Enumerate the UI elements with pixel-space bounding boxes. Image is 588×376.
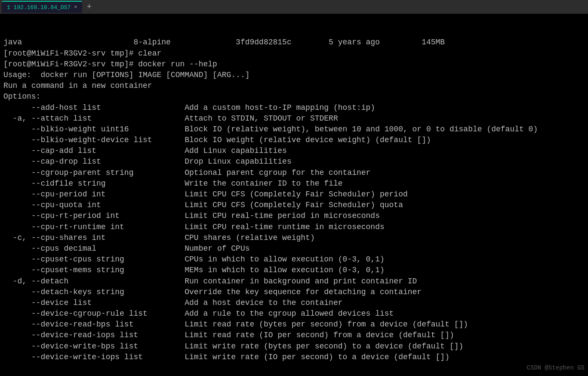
terminal-line: --cidfile string Write the container ID …	[3, 178, 585, 189]
terminal-line: --cpuset-cpus string CPUs in which to al…	[3, 254, 585, 265]
terminal-line: --cgroup-parent string Optional parent c…	[3, 168, 585, 178]
terminal-line: Run a command in a new container	[3, 81, 585, 91]
tab-bar: 1 192.168.10.84_OS7 × +	[0, 0, 588, 14]
terminal-line: --cpu-quota int Limit CPU CFS (Completel…	[3, 200, 585, 211]
terminal-line: --cap-drop list Drop Linux capabilities	[3, 156, 585, 167]
terminal-line: --blkio-weight uint16 Block IO (relative…	[3, 124, 585, 135]
terminal-line: -a, --attach list Attach to STDIN, STDOU…	[3, 113, 585, 124]
terminal-output: java 8-alpine 3fd9dd82815c 5 years ago 1…	[0, 14, 588, 376]
terminal-line: --device-write-bps list Limit write rate…	[3, 341, 585, 352]
terminal-tab[interactable]: 1 192.168.10.84_OS7 ×	[2, 1, 82, 13]
tab-label: 1 192.168.10.84_OS7	[7, 4, 71, 11]
terminal-line: --device-write-iops list Limit write rat…	[3, 352, 585, 363]
terminal-line: --cpu-period int Limit CPU CFS (Complete…	[3, 189, 585, 200]
terminal-line: --cpu-rt-period int Limit CPU real-time …	[3, 211, 585, 221]
terminal-line: --cpu-rt-runtime int Limit CPU real-time…	[3, 222, 585, 233]
terminal-line: --cap-add list Add Linux capabilities	[3, 146, 585, 156]
terminal-line: -c, --cpu-shares int CPU shares (relativ…	[3, 233, 585, 243]
watermark: CSDN @Stephen GS	[527, 364, 585, 373]
terminal-line: --device list Add a host device to the c…	[3, 298, 585, 308]
terminal-line: java 8-alpine 3fd9dd82815c 5 years ago 1…	[3, 37, 585, 48]
terminal-line: --cpuset-mems string MEMs in which to al…	[3, 265, 585, 276]
terminal-line: [root@MiWiFi-R3GV2-srv tmp]# docker run …	[3, 59, 585, 70]
terminal-line: --cpus decimal Number of CPUs	[3, 243, 585, 254]
new-tab-button[interactable]: +	[84, 2, 94, 12]
terminal-line: --device-read-iops list Limit read rate …	[3, 330, 585, 341]
terminal-line: Usage: docker run [OPTIONS] IMAGE [COMMA…	[3, 70, 585, 81]
terminal-line: -d, --detach Run container in background…	[3, 276, 585, 287]
terminal-line: --add-host list Add a custom host-to-IP …	[3, 103, 585, 113]
tab-close-button[interactable]: ×	[74, 4, 77, 10]
terminal-line: [root@MiWiFi-R3GV2-srv tmp]# clear	[3, 48, 585, 59]
terminal-line: --device-cgroup-rule list Add a rule to …	[3, 308, 585, 319]
terminal-line: --detach-keys string Override the key se…	[3, 287, 585, 298]
terminal-line: Options:	[3, 91, 585, 102]
terminal-line: --device-read-bps list Limit read rate (…	[3, 319, 585, 330]
terminal-line: --blkio-weight-device list Block IO weig…	[3, 135, 585, 146]
